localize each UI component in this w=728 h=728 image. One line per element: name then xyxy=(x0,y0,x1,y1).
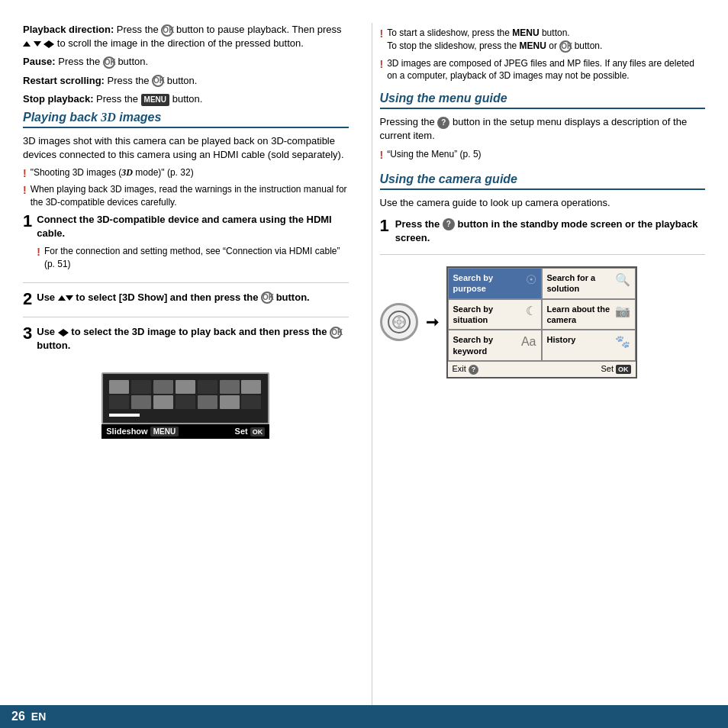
moon-icon: ☾ xyxy=(526,304,536,320)
svg-point-2 xyxy=(398,325,401,328)
abc-icon: Aa xyxy=(521,334,536,350)
thumb-9 xyxy=(131,395,151,409)
thumb-6 xyxy=(220,380,240,394)
guide-cell-search-keyword[interactable]: Search by keyword Aa xyxy=(448,330,542,361)
step-1: 1 Connect the 3D-compatible device and c… xyxy=(23,213,349,283)
right-note-text-1: To start a slideshow, press the MENU but… xyxy=(387,27,602,53)
menu-guide-text: Pressing the ? button in the setup menu … xyxy=(380,115,706,143)
search-solution-label: Search for a solution xyxy=(547,272,613,295)
ok-circle-r1: OK xyxy=(559,40,572,53)
slideshow-menu-btn: MENU xyxy=(150,427,179,436)
note-text-2: When playing back 3D images, read the wa… xyxy=(31,183,349,209)
thumb-7 xyxy=(241,380,261,394)
camera-guide-step-num: 1 xyxy=(380,217,389,234)
camera-guide-diagram: ➞ Search by purpose ☉ Search for a solut… xyxy=(380,266,706,378)
slideshow-set: Set OK xyxy=(235,427,266,436)
playback-direction-label: Playback direction: xyxy=(23,24,114,35)
slideshow-ok-btn: OK xyxy=(250,427,266,436)
thumb-1 xyxy=(109,380,129,394)
guide-cell-search-situation[interactable]: Search by situation ☾ xyxy=(448,299,542,330)
slideshow-container: Slideshow MENU Set OK xyxy=(23,372,349,439)
thumb-8 xyxy=(109,395,129,409)
step-3-text: Use to select the 3D image to play back … xyxy=(37,325,348,353)
section-intro-text: 3D images shot with this camera can be p… xyxy=(23,134,349,162)
learn-camera-label: Learn about the camera xyxy=(547,304,613,326)
pause-para: Pause: Press the OK button. xyxy=(23,55,349,69)
slideshow-label: Slideshow MENU xyxy=(106,427,179,436)
camera-icon: 📷 xyxy=(615,304,630,320)
step-num-3: 3 xyxy=(23,325,32,342)
step-1-text: Connect the 3D-compatible device and cam… xyxy=(37,213,348,240)
page-en-label: EN xyxy=(31,710,46,723)
svg-point-5 xyxy=(397,320,401,324)
up-arrow-icon xyxy=(23,41,31,47)
page-number-bar: 26 EN xyxy=(0,705,728,728)
history-label: History xyxy=(547,334,576,345)
guide-cell-history[interactable]: History 🐾 xyxy=(542,330,636,361)
slideshow-grid xyxy=(109,380,262,409)
compass-icon: ☉ xyxy=(526,272,536,288)
camera-guide-intro: Use the camera guide to look up camera o… xyxy=(380,196,706,210)
step-2: 2 Use to select [3D Show] and then press… xyxy=(23,291,349,317)
step-1-note: ! For the connection and setting method,… xyxy=(37,245,348,271)
menu-guide-note-icon: ! xyxy=(380,149,384,161)
left-column: Playback direction: Press the OK button … xyxy=(23,23,356,713)
pause-label: Pause: xyxy=(23,56,56,67)
left-tri-3 xyxy=(58,329,63,337)
search-keyword-label: Search by keyword xyxy=(453,334,519,356)
step-2-text: Use to select [3D Show] and then press t… xyxy=(37,291,348,304)
step-1-note-icon: ! xyxy=(37,246,40,258)
stop-label: Stop playback: xyxy=(23,93,93,105)
stop-para: Stop playback: Press the MENU button. xyxy=(23,92,349,106)
menu-badge-stop: MENU xyxy=(141,94,169,106)
slideshow-frame xyxy=(101,372,269,424)
right-note-icon-2: ! xyxy=(380,58,384,70)
restart-para: Restart scrolling: Press the OK button. xyxy=(23,74,349,88)
search-purpose-label: Search by purpose xyxy=(453,272,523,295)
guide-cell-learn-camera[interactable]: Learn about the camera 📷 xyxy=(542,299,636,330)
slideshow-progress-bar xyxy=(109,414,140,417)
guide-exit: Exit ? xyxy=(453,364,478,375)
note-icon-1: ! xyxy=(23,167,27,179)
inner-circle-icon xyxy=(388,311,411,333)
right-note-2: ! 3D images are composed of JPEG files a… xyxy=(380,57,706,83)
guide-grid-inner: Search by purpose ☉ Search for a solutio… xyxy=(448,268,636,361)
svg-point-4 xyxy=(402,321,405,324)
note-1: ! "Shooting 3D images (3D mode)" (p. 32) xyxy=(23,166,349,179)
svg-point-1 xyxy=(398,316,401,319)
up-tri-2 xyxy=(58,295,66,301)
step-num-1: 1 xyxy=(23,213,32,230)
thumb-5 xyxy=(198,380,217,394)
down-arrow-icon xyxy=(34,41,41,47)
right-note-icon-1: ! xyxy=(380,27,384,40)
thumb-13 xyxy=(220,395,240,409)
help-circle-icon2: ? xyxy=(443,218,455,230)
thumb-3 xyxy=(153,380,173,394)
guide-footer: Exit ? Set OK xyxy=(448,361,636,377)
thumb-2 xyxy=(131,380,151,394)
menu-guide-note: ! “Using the Menu” (p. 5) xyxy=(380,148,706,161)
camera-guide-title: Using the camera guide xyxy=(380,172,706,190)
right-note-1: ! To start a slideshow, press the MENU b… xyxy=(380,27,706,53)
down-tri-2 xyxy=(66,295,73,301)
camera-guide-step-text: Press the ? button in the standby mode s… xyxy=(395,217,705,245)
thumb-10 xyxy=(153,395,173,409)
menu-guide-note-text: “Using the Menu” (p. 5) xyxy=(387,148,481,161)
guide-cell-search-solution[interactable]: Search for a solution 🔍 xyxy=(542,268,636,299)
note-text-1: "Shooting 3D images (3D mode)" (p. 32) xyxy=(31,166,194,179)
help-circle-icon: ? xyxy=(437,117,449,129)
guide-ok-btn: OK xyxy=(616,365,631,374)
guide-cell-search-purpose[interactable]: Search by purpose ☉ xyxy=(448,268,542,299)
guide-set: Set OK xyxy=(601,364,630,375)
ok-circle-icon: OK xyxy=(161,24,173,37)
camera-btn-icon xyxy=(380,303,418,341)
right-tri-3 xyxy=(63,329,69,337)
right-note-text-2: 3D images are composed of JPEG files and… xyxy=(387,57,705,83)
note-2: ! When playing back 3D images, read the … xyxy=(23,183,349,209)
footprint-icon: 🐾 xyxy=(615,334,630,350)
ok-circle-3: OK xyxy=(330,327,342,339)
thumb-14 xyxy=(241,395,261,409)
3d-label: 3D xyxy=(101,111,116,124)
thumb-12 xyxy=(198,395,217,409)
step-num-2: 2 xyxy=(23,291,32,308)
